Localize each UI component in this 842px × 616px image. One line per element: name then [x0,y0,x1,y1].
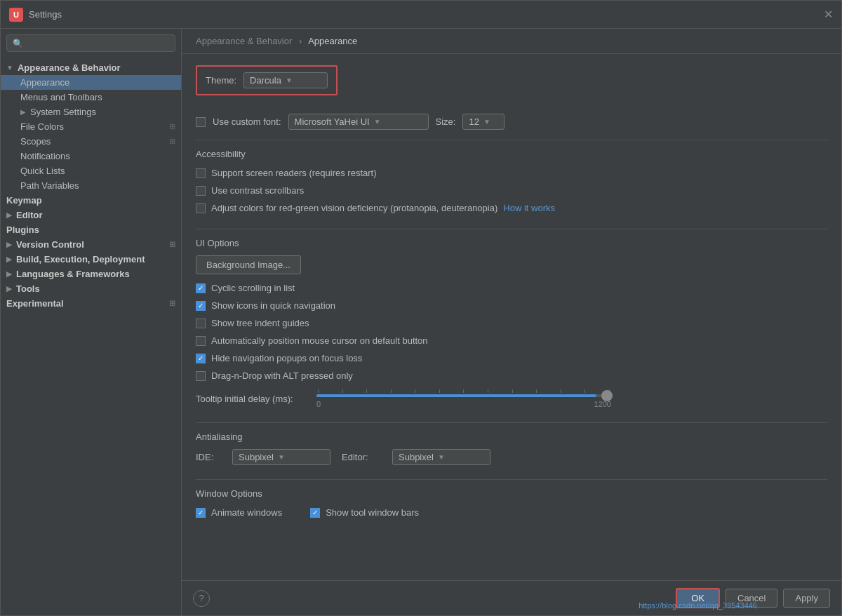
help-button[interactable]: ? [193,590,210,607]
editor-aa-value: Subpixel [399,452,434,462]
nav-label: Menus and Toolbars [20,92,102,102]
apply-button[interactable]: Apply [783,589,830,608]
nav-label: Experimental [6,298,64,309]
cyclic-scrolling-label: Cyclic scrolling in list [211,283,295,293]
font-row: Use custom font: Microsoft YaHei UI ▼ Si… [196,114,827,130]
search-box[interactable]: 🔍 [6,34,175,52]
divider2 [196,229,827,229]
search-input[interactable] [27,38,169,48]
screen-readers-label: Support screen readers (requires restart… [211,168,377,178]
size-dropdown[interactable]: 12 ▼ [462,114,504,130]
nav-label: File Colors [20,121,64,132]
sidebar-item-plugins[interactable]: Plugins [1,222,181,237]
nav-label: Version Control [16,239,84,250]
custom-font-checkbox[interactable] [196,117,206,127]
arrow-icon: ▶ [6,211,12,219]
font-dropdown[interactable]: Microsoft YaHei UI ▼ [288,114,429,130]
divider4 [196,479,827,480]
tree-indent-checkbox[interactable] [196,319,206,328]
drag-drop-alt-row: Drag-n-Drop with ALT pressed only [196,369,827,382]
ui-options-title: UI Options [196,238,827,248]
color-deficiency-label: Adjust colors for red-green vision defic… [211,203,497,213]
icons-quick-nav-checkbox[interactable] [196,301,206,311]
breadcrumb-current: Appearance [308,36,357,46]
arrow-icon: ▶ [6,270,12,278]
nav-label: System Settings [30,107,96,117]
close-button[interactable]: ✕ [824,8,833,21]
accessibility-title: Accessibility [196,149,827,159]
cyclic-scrolling-checkbox[interactable] [196,283,206,293]
sidebar-item-appearance-behavior[interactable]: ▼ Appearance & Behavior [1,60,181,75]
sidebar-item-notifications[interactable]: Notifications [1,149,181,163]
breadcrumb-separator: › [299,36,302,46]
sidebar-item-scopes[interactable]: Scopes ⊞ [1,134,181,149]
icons-quick-nav-label: Show icons in quick navigation [211,300,335,311]
icons-quick-nav-row: Show icons in quick navigation [196,299,827,312]
chevron-down-icon: ▼ [286,76,293,84]
sidebar-item-tools[interactable]: ▶ Tools [1,281,181,296]
sidebar-item-quick-lists[interactable]: Quick Lists [1,163,181,178]
window-options-section: Window Options Animate windows Show tool… [196,488,827,523]
nav-label: Scopes [20,136,51,147]
background-image-button[interactable]: Background Image... [196,255,301,274]
drag-drop-alt-checkbox[interactable] [196,371,206,381]
nav-label: Appearance & Behavior [18,62,121,73]
ide-aa-dropdown[interactable]: Subpixel ▼ [232,449,330,465]
copy-icon: ⊞ [169,240,175,249]
editor-aa-dropdown[interactable]: Subpixel ▼ [392,449,490,465]
sidebar-item-experimental[interactable]: Experimental ⊞ [1,296,181,311]
settings-panel: Theme: Darcula ▼ Use custom font: Micros… [182,54,841,580]
sidebar-item-menus-toolbars[interactable]: Menus and Toolbars [1,90,181,105]
main-content: 🔍 ▼ Appearance & Behavior Appearance Men… [1,29,841,615]
contrast-scrollbars-checkbox[interactable] [196,186,206,196]
show-tool-bars-label: Show tool window bars [326,507,419,518]
sidebar-item-version-control[interactable]: ▶ Version Control ⊞ [1,237,181,252]
tick [439,389,440,393]
tick [391,389,392,393]
font-value: Microsoft YaHei UI [295,116,370,127]
show-tool-bars-row: Show tool window bars [310,506,419,519]
sidebar-item-build-execution[interactable]: ▶ Build, Execution, Deployment [1,252,181,267]
color-deficiency-checkbox[interactable] [196,203,206,213]
sidebar-item-appearance[interactable]: Appearance [1,75,181,90]
tick [488,389,488,393]
sidebar-item-path-variables[interactable]: Path Variables [1,178,181,193]
nav-label: Plugins [6,225,39,235]
sidebar-item-keymap[interactable]: Keymap [1,193,181,208]
contrast-scrollbars-label: Use contrast scrollbars [211,185,304,196]
font-label: Use custom font: [213,116,281,127]
sidebar-item-file-colors[interactable]: File Colors ⊞ [1,119,181,134]
animate-windows-label: Animate windows [211,507,282,518]
sidebar-item-editor[interactable]: ▶ Editor [1,208,181,222]
window-options-title: Window Options [196,488,827,499]
sidebar-item-system-settings[interactable]: ▶ System Settings [1,105,181,119]
slider-thumb[interactable] [601,390,613,401]
size-value: 12 [469,116,479,127]
sidebar-item-languages-frameworks[interactable]: ▶ Languages & Frameworks [1,267,181,281]
auto-mouse-checkbox[interactable] [196,336,206,346]
tick [536,389,537,393]
tooltip-slider-row: Tooltip initial delay (ms): [196,389,827,408]
screen-readers-checkbox[interactable] [196,168,206,178]
how-it-works-link[interactable]: How it works [503,203,555,213]
breadcrumb: Appearance & Behavior › Appearance [182,29,841,54]
tick [415,389,415,393]
tick [561,389,561,393]
nav-label: Keymap [6,195,42,206]
slider-labels: 0 1200 [316,400,611,408]
antialiasing-section: Antialiasing IDE: Subpixel ▼ Editor: Sub… [196,431,827,465]
theme-value: Darcula [250,75,281,86]
hide-nav-popups-checkbox[interactable] [196,354,206,363]
animate-windows-row: Animate windows [196,506,282,519]
tooltip-slider-track[interactable] [316,394,611,397]
slider-max: 1200 [594,400,611,408]
chevron-down-icon: ▼ [374,118,381,126]
breadcrumb-parent[interactable]: Appearance & Behavior [196,36,292,46]
tick [463,389,464,393]
ide-aa-value: Subpixel [239,452,274,462]
nav-tree: ▼ Appearance & Behavior Appearance Menus… [1,58,181,314]
arrow-icon: ▼ [6,64,13,72]
show-tool-bars-checkbox[interactable] [310,508,320,518]
theme-dropdown[interactable]: Darcula ▼ [243,72,328,88]
animate-windows-checkbox[interactable] [196,508,206,518]
